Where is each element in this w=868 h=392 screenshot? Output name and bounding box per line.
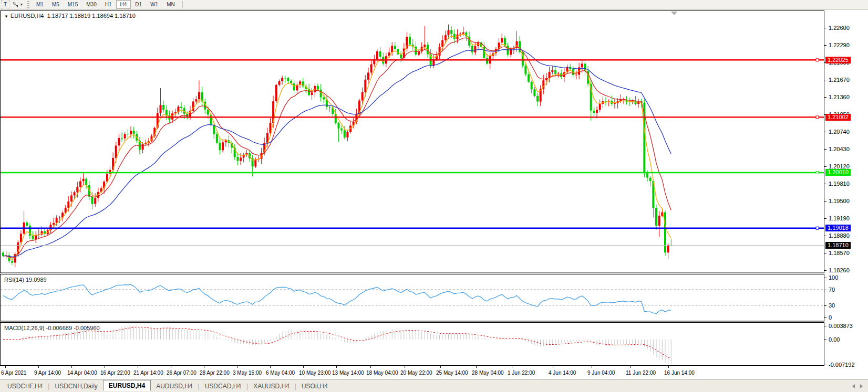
time-tick [476, 366, 477, 368]
price-tick-label: 1.22290 [829, 42, 850, 48]
chart-area[interactable]: ▼EURUSD,H4 1.18717 1.18819 1.18694 1.187… [0, 9, 868, 379]
time-tick [592, 366, 592, 368]
chart-title: ▼EURUSD,H4 1.18717 1.18819 1.18694 1.187… [4, 13, 136, 19]
chart-canvas[interactable] [0, 9, 868, 379]
tab-scroll-right-icon[interactable] [860, 384, 863, 388]
price-tick [824, 184, 826, 184]
macd-tick-label: 0.00 [829, 336, 840, 343]
time-label: 3 May 15:00 [233, 370, 262, 376]
chart-tab-usdcnh[interactable]: USDCNH,Daily [49, 380, 102, 392]
time-tick [138, 366, 138, 368]
timeframe-button-h1[interactable]: H1 [101, 0, 116, 9]
chart-shift-marker[interactable] [671, 12, 677, 15]
rsi-label: RSI(14) 19.0989 [4, 277, 47, 283]
time-label: 10 May 23:00 [299, 370, 331, 376]
timeframe-group: M1M5M15M30H1H4D1W1MN [32, 0, 179, 9]
chart-tab-usoil[interactable]: USOil,H4 [296, 380, 333, 392]
dropdown-caret-icon: ▾ [20, 2, 23, 7]
line-anchor-handle[interactable] [816, 59, 819, 61]
chart-tab-usdcad[interactable]: USDCAD,H4 [200, 380, 246, 392]
macd-tick-label: -0.007192 [829, 362, 855, 368]
price-tick [824, 132, 826, 132]
time-tick [204, 366, 204, 368]
line-anchor-handle[interactable] [816, 172, 819, 174]
line-price-badge: 1.19018 [825, 225, 851, 231]
chart-tab-usdchf[interactable]: USDCHF,H4 [2, 380, 48, 392]
current-price-badge: 1.18710 [825, 242, 851, 249]
time-tick [237, 366, 237, 368]
macd-label: MACD(12,26,9) -0.006689 -0.005960 [4, 325, 100, 331]
time-label: 9 Jun 04:00 [587, 370, 615, 376]
time-label: 13 May 14:00 [332, 370, 364, 376]
macd-tick [824, 365, 826, 365]
chart-ohlc-values: 1.18717 1.18819 1.18694 1.18710 [47, 13, 136, 19]
rsi-tick [824, 290, 826, 290]
rsi-pane[interactable] [1, 274, 824, 322]
chart-tab-eurusd[interactable]: EURUSD,H4 [103, 380, 151, 391]
timeframe-button-m5[interactable]: M5 [48, 0, 64, 9]
timeframe-button-m1[interactable]: M1 [32, 0, 48, 9]
macd-tick [824, 326, 826, 326]
time-label: 21 Apr 14:00 [133, 370, 163, 376]
price-pane[interactable] [1, 11, 824, 273]
price-tick-label: 1.18880 [829, 232, 850, 239]
time-label: 18 May 04:00 [366, 370, 398, 376]
timeframe-button-mn[interactable]: MN [162, 0, 179, 9]
timeframe-button-m30[interactable]: M30 [82, 0, 100, 9]
price-tick [824, 28, 826, 28]
time-label: 25 May 14:00 [436, 370, 468, 376]
price-tick-label: 1.19810 [829, 181, 850, 187]
time-tick [630, 366, 631, 368]
macd-tick [824, 340, 826, 340]
text-tool-icon: T [4, 2, 7, 7]
timeframe-button-d1[interactable]: D1 [131, 0, 146, 9]
macd-pane[interactable] [1, 323, 824, 366]
chart-tabbar: USDCHF,H4|USDCNH,DailyEURUSD,H4AUDUSD,H4… [0, 379, 868, 392]
time-tick [5, 366, 6, 368]
time-label: 6 May 04:00 [266, 370, 295, 376]
price-tick-label: 1.21670 [829, 77, 850, 83]
price-tick [824, 218, 826, 219]
time-tick [171, 366, 171, 368]
price-tick-label: 1.22600 [829, 25, 850, 31]
chart-tab-audusd[interactable]: AUDUSD,H4 [151, 380, 198, 392]
macd-tick-label: 0.003873 [829, 323, 853, 329]
time-tick [668, 366, 669, 368]
chart-tab-xauusd[interactable]: XAUUSD,H4 [248, 380, 295, 392]
price-tick [824, 201, 826, 202]
price-tick-label: 1.19190 [829, 215, 850, 221]
time-tick [370, 366, 371, 368]
price-tick [824, 166, 826, 167]
price-tick [824, 270, 826, 271]
price-tick [824, 97, 826, 98]
rsi-tick [824, 278, 826, 278]
timeframe-button-m15[interactable]: M15 [64, 0, 82, 9]
line-anchor-handle[interactable] [816, 116, 819, 119]
price-tick-label: 1.18260 [829, 267, 850, 273]
arrows-tool-button[interactable]: ▾ [11, 1, 24, 8]
toolbar-grip [27, 1, 29, 8]
line-anchor-handle[interactable] [816, 227, 819, 229]
time-tick [270, 366, 271, 368]
time-label: 28 May 04:00 [472, 370, 504, 376]
time-tick [336, 366, 337, 368]
time-tick [105, 366, 105, 368]
text-tool-button[interactable]: T [1, 1, 9, 8]
time-tick [405, 366, 405, 368]
time-label: 28 Apr 22:00 [200, 370, 230, 376]
collapse-triangle-icon: ▼ [4, 14, 8, 19]
tab-scroll-left-icon[interactable] [852, 384, 855, 388]
time-label: 6 Apr 2021 [1, 370, 26, 376]
price-tick [824, 236, 826, 236]
timeframe-button-w1[interactable]: W1 [146, 0, 162, 9]
price-tick [824, 253, 826, 253]
time-label: 4 Jun 14:00 [549, 370, 576, 376]
line-price-badge: 1.21002 [825, 114, 851, 121]
timeframe-button-h4[interactable]: H4 [116, 0, 131, 9]
time-label: 14 Apr 04:00 [67, 370, 97, 376]
price-tick [824, 149, 826, 150]
time-tick [71, 366, 72, 368]
rsi-tick [824, 317, 826, 318]
toolbar: T ▾ M1M5M15M30H1H4D1W1MN [0, 0, 868, 9]
rsi-tick-label: 30 [829, 302, 835, 309]
